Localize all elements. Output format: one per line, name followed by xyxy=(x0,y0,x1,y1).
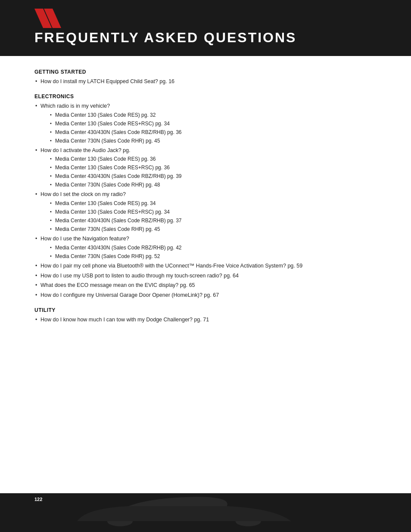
list-item: How do I use my USB port to listen to au… xyxy=(34,272,377,280)
section-heading-utility: UTILITY xyxy=(34,307,377,313)
list-item: Media Center 130 (Sales Code RES+RSC) pg… xyxy=(49,120,377,128)
list-item: Which radio is in my vehicle?Media Cente… xyxy=(34,102,377,145)
list-item: Media Center 730N (Sales Code RHR) pg. 4… xyxy=(49,181,377,189)
faq-list-getting-started: How do I install my LATCH Equipped Child… xyxy=(34,78,377,86)
list-item: How do I know how much I can tow with my… xyxy=(34,316,377,324)
section-heading-electronics: ELECTRONICS xyxy=(34,93,377,100)
page-wrapper: FREQUENTLY ASKED QUESTIONS GETTING START… xyxy=(0,0,411,532)
header-banner: FREQUENTLY ASKED QUESTIONS xyxy=(0,0,411,56)
main-content: GETTING STARTEDHow do I install my LATCH… xyxy=(0,69,411,493)
list-item: Media Center 130 (Sales Code RES) pg. 34 xyxy=(49,199,377,207)
list-item: Media Center 130 (Sales Code RES+RSC) pg… xyxy=(49,164,377,171)
list-item: Media Center 130 (Sales Code RES) pg. 36 xyxy=(49,155,377,163)
list-item: Media Center 430/430N (Sales Code RBZ/RH… xyxy=(49,217,377,224)
list-item: Media Center 430/430N (Sales Code RBZ/RH… xyxy=(49,128,377,136)
footer-banner: 122 xyxy=(0,493,411,532)
faq-sublist: Media Center 130 (Sales Code RES) pg. 32… xyxy=(49,111,377,145)
list-item: How do I pair my cell phone via Bluetoot… xyxy=(34,262,377,270)
faq-sections: GETTING STARTEDHow do I install my LATCH… xyxy=(34,69,377,324)
section-heading-getting-started: GETTING STARTED xyxy=(34,69,377,75)
faq-sublist: Media Center 430/430N (Sales Code RBZ/RH… xyxy=(49,244,377,260)
list-item: How do I configure my Universal Garage D… xyxy=(34,291,377,299)
list-item: How do I set the clock on my radio?Media… xyxy=(34,190,377,233)
list-item: Media Center 730N (Sales Code RHR) pg. 5… xyxy=(49,252,377,260)
list-item: How do I install my LATCH Equipped Child… xyxy=(34,78,377,86)
list-item: Media Center 730N (Sales Code RHR) pg. 4… xyxy=(49,225,377,233)
list-item: Media Center 430/430N (Sales Code RBZ/RH… xyxy=(49,172,377,180)
list-item: How do I use the Navigation feature?Medi… xyxy=(34,235,377,260)
faq-list-utility: How do I know how much I can tow with my… xyxy=(34,316,377,324)
list-item: Media Center 130 (Sales Code RES+RSC) pg… xyxy=(49,208,377,216)
list-item: Media Center 730N (Sales Code RHR) pg. 4… xyxy=(49,137,377,145)
brand-logo xyxy=(34,9,65,28)
faq-sublist: Media Center 130 (Sales Code RES) pg. 34… xyxy=(49,199,377,233)
list-item: Media Center 430/430N (Sales Code RBZ/RH… xyxy=(49,244,377,252)
faq-sublist: Media Center 130 (Sales Code RES) pg. 36… xyxy=(49,155,377,189)
faq-list-electronics: Which radio is in my vehicle?Media Cente… xyxy=(34,102,377,299)
page-number: 122 xyxy=(34,497,42,502)
list-item: Media Center 130 (Sales Code RES) pg. 32 xyxy=(49,111,377,119)
footer-car-image xyxy=(34,493,377,532)
page-title: FREQUENTLY ASKED QUESTIONS xyxy=(34,10,296,46)
list-item: What does the ECO message mean on the EV… xyxy=(34,281,377,289)
list-item: How do I activate the Audio Jack? pg.Med… xyxy=(34,146,377,189)
